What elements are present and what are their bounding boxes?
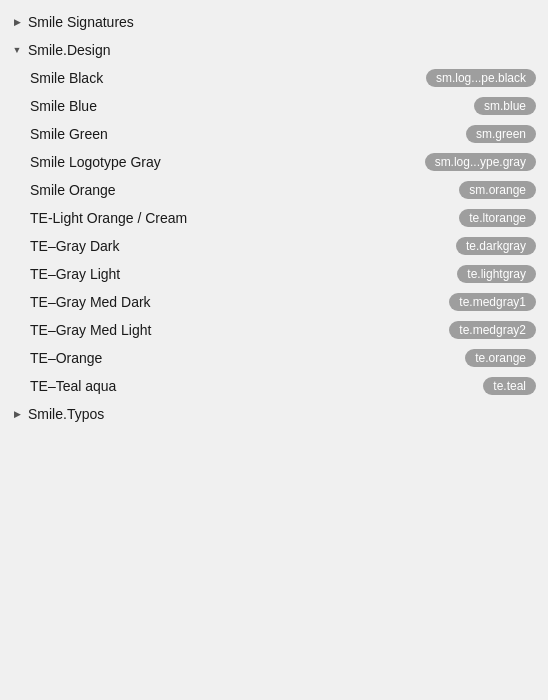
item-badge: te.ltorange <box>459 209 536 227</box>
item-badge: sm.log...ype.gray <box>425 153 536 171</box>
chevron-right-icon <box>12 409 22 419</box>
item-label: TE–Gray Med Dark <box>30 294 441 310</box>
list-item[interactable]: TE–Gray Med Lightte.medgray2 <box>0 316 548 344</box>
item-badge: te.teal <box>483 377 536 395</box>
item-badge: te.orange <box>465 349 536 367</box>
item-label: Smile Black <box>30 70 418 86</box>
item-label: TE-Light Orange / Cream <box>30 210 451 226</box>
item-label: Smile Blue <box>30 98 466 114</box>
section-header-smile-design[interactable]: Smile.Design <box>0 36 548 64</box>
item-badge: te.medgray2 <box>449 321 536 339</box>
item-label: TE–Gray Dark <box>30 238 448 254</box>
item-label: TE–Teal aqua <box>30 378 475 394</box>
list-item[interactable]: TE–Gray Darkte.darkgray <box>0 232 548 260</box>
section-header-smile-signatures[interactable]: Smile Signatures <box>0 8 548 36</box>
section-children-smile-design: Smile Blacksm.log...pe.blackSmile Bluesm… <box>0 64 548 400</box>
list-item[interactable]: TE–Teal aquate.teal <box>0 372 548 400</box>
section-smile-design: Smile.DesignSmile Blacksm.log...pe.black… <box>0 36 548 400</box>
item-label: TE–Gray Light <box>30 266 449 282</box>
list-item[interactable]: Smile Orangesm.orange <box>0 176 548 204</box>
item-label: TE–Orange <box>30 350 457 366</box>
item-badge: sm.green <box>466 125 536 143</box>
list-item[interactable]: TE–Gray Lightte.lightgray <box>0 260 548 288</box>
section-label: Smile.Design <box>28 42 110 58</box>
list-item[interactable]: Smile Bluesm.blue <box>0 92 548 120</box>
list-item[interactable]: TE–Gray Med Darkte.medgray1 <box>0 288 548 316</box>
section-label: Smile Signatures <box>28 14 134 30</box>
item-badge: te.lightgray <box>457 265 536 283</box>
chevron-down-icon <box>12 45 22 55</box>
section-label: Smile.Typos <box>28 406 104 422</box>
item-label: Smile Green <box>30 126 458 142</box>
item-badge: sm.orange <box>459 181 536 199</box>
item-label: Smile Logotype Gray <box>30 154 417 170</box>
section-smile-signatures: Smile Signatures <box>0 8 548 36</box>
section-smile-typos: Smile.Typos <box>0 400 548 428</box>
list-item[interactable]: Smile Logotype Graysm.log...ype.gray <box>0 148 548 176</box>
chevron-right-icon <box>12 17 22 27</box>
tree-container: Smile SignaturesSmile.DesignSmile Blacks… <box>0 0 548 436</box>
item-badge: te.medgray1 <box>449 293 536 311</box>
item-badge: sm.log...pe.black <box>426 69 536 87</box>
item-label: Smile Orange <box>30 182 451 198</box>
list-item[interactable]: TE–Orangete.orange <box>0 344 548 372</box>
item-badge: te.darkgray <box>456 237 536 255</box>
list-item[interactable]: Smile Blacksm.log...pe.black <box>0 64 548 92</box>
item-badge: sm.blue <box>474 97 536 115</box>
list-item[interactable]: TE-Light Orange / Creamte.ltorange <box>0 204 548 232</box>
section-header-smile-typos[interactable]: Smile.Typos <box>0 400 548 428</box>
item-label: TE–Gray Med Light <box>30 322 441 338</box>
list-item[interactable]: Smile Greensm.green <box>0 120 548 148</box>
